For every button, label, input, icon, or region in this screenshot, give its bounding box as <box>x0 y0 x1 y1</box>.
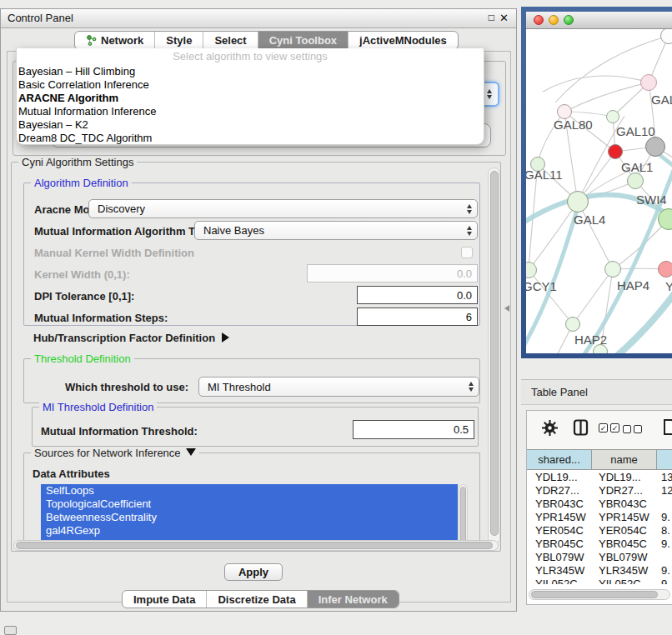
tab-select[interactable]: Select <box>203 32 258 49</box>
node-label-gcy1: GCY1 <box>526 279 557 293</box>
algorithm-option-aracne-algorithm[interactable]: ARACNE Algorithm <box>17 92 484 105</box>
cell-value <box>657 498 672 511</box>
mi-steps-label: Mutual Information Steps: <box>34 312 168 324</box>
threshold-definition-group: Threshold Definition Which threshold to … <box>23 358 480 403</box>
zoom-traffic-light-icon[interactable] <box>564 15 574 25</box>
cell-shared-name: YER054C <box>527 524 592 538</box>
data-attribute-topologicalcoefficient[interactable]: TopologicalCoefficient <box>41 498 458 511</box>
kernel-width-field[interactable]: 0.0 <box>307 264 478 282</box>
network-window-titlebar[interactable] <box>526 12 672 29</box>
mi-type-combo[interactable]: Naive Bayes <box>194 221 478 240</box>
apply-button[interactable]: Apply <box>224 563 283 581</box>
network-node-gal10[interactable] <box>606 110 619 123</box>
cell-name: YPR145W <box>592 511 657 524</box>
close-window-icon[interactable]: ✕ <box>499 12 509 24</box>
cell-shared-name: YDL19... <box>527 471 592 484</box>
split-column-view-icon[interactable] <box>573 419 589 436</box>
gear-icon[interactable] <box>542 420 558 436</box>
minimize-traffic-light-icon[interactable] <box>549 15 559 25</box>
algorithm-option-dream8-dc-tdc-algorithm[interactable]: Dream8 DC_TDC Algorithm <box>17 132 484 145</box>
aracne-mode-combo[interactable]: Discovery <box>88 199 478 218</box>
column-header-shared-name[interactable]: shared... <box>527 450 592 469</box>
tab-cyni-toolbox[interactable]: Cyni Toolbox <box>258 32 349 49</box>
file-icon[interactable] <box>663 418 672 436</box>
tab-network[interactable]: Network <box>75 32 155 49</box>
mi-threshold-field[interactable]: 0.5 <box>353 420 474 439</box>
mi-type-label: Mutual Information Algorithm Type: <box>34 225 217 238</box>
algorithm-option-bayesian-hill-climbing[interactable]: Bayesian – Hill Climbing <box>17 65 484 78</box>
column-header-name[interactable]: name <box>592 450 657 469</box>
algorithm-option-mutual-information-inference[interactable]: Mutual Information Inference <box>17 105 484 118</box>
control-panel-titlebar: Control Panel □ ✕ <box>1 9 516 28</box>
network-node-gal[interactable] <box>640 74 657 91</box>
close-traffic-light-icon[interactable] <box>534 15 544 25</box>
table-row[interactable]: YLR345WYLR345W9. <box>527 564 672 578</box>
panel-divider-handle[interactable] <box>504 305 509 312</box>
table-row[interactable]: YPR145WYPR145W9. <box>527 511 672 524</box>
select-all-columns-icon[interactable]: ✓✓ <box>599 423 622 432</box>
network-node-y[interactable] <box>658 261 672 278</box>
network-canvas[interactable]: GALGAL80GAL10GAL1GAL11SWI4GAL4GCY1HAP4YH… <box>526 29 672 353</box>
cell-shared-name: YBR045C <box>527 538 592 551</box>
mi-steps-field[interactable]: 6 <box>357 308 478 326</box>
network-node-hap2[interactable] <box>565 317 580 332</box>
table-panel: ✓✓ shared... name YDL19...YDL19...13YDR2… <box>526 410 672 605</box>
table-row[interactable]: YER054CYER054C8. <box>527 524 672 538</box>
data-attribute-betweennesscentrality[interactable]: BetweennessCentrality <box>41 511 458 524</box>
bottom-left-widget[interactable] <box>4 626 17 635</box>
attributes-scroll-thumb[interactable] <box>460 487 466 545</box>
which-threshold-combo[interactable]: MI Threshold <box>198 377 479 397</box>
settings-hscroll-thumb[interactable] <box>16 542 493 549</box>
table-horizontal-scrollbar[interactable] <box>529 589 670 600</box>
table-toolbar: ✓✓ <box>527 411 672 448</box>
sources-label[interactable]: Sources for Network Inference <box>31 447 199 459</box>
table-row[interactable]: YDR27...YDR27...12 <box>527 484 672 498</box>
algorithm-definition-label: Algorithm Definition <box>31 177 132 189</box>
table-row[interactable]: YBL079WYBL079W <box>527 551 672 564</box>
table-row[interactable]: YIL052CYIL052C9. <box>527 578 672 584</box>
tab-jactivemnodules[interactable]: jActiveMNodules <box>349 32 458 49</box>
cell-value: 8. <box>657 524 672 538</box>
cell-name: YIL052C <box>592 578 657 584</box>
table-rows: YDL19...YDL19...13YDR27...YDR27...12YBR0… <box>527 471 672 584</box>
algorithm-option-basic-correlation-inference[interactable]: Basic Correlation Inference <box>17 78 484 92</box>
network-node-gal4[interactable] <box>567 191 589 212</box>
algorithm-placeholder: Select algorithm to view settings <box>17 48 484 65</box>
node-label-gal4: GAL4 <box>574 212 605 227</box>
tab-style[interactable]: Style <box>155 32 203 49</box>
settings-horizontal-scrollbar[interactable] <box>13 540 499 551</box>
tab-discretize-data[interactable]: Discretize Data <box>207 591 307 608</box>
expand-right-icon <box>222 332 229 342</box>
manual-kernel-checkbox[interactable] <box>461 247 473 258</box>
cell-name: YBL079W <box>592 551 657 564</box>
node-label-y: Y <box>665 279 672 293</box>
algorithm-option-bayesian-k2[interactable]: Bayesian – K2 <box>17 118 484 132</box>
deselect-all-columns-icon[interactable] <box>623 424 644 433</box>
tab-infer-network[interactable]: Infer Network <box>308 591 399 608</box>
network-node-unnamed[interactable] <box>645 137 665 157</box>
cell-value <box>657 551 672 564</box>
cell-name: YDR27... <box>592 484 657 498</box>
data-attribute-gal4rgexp[interactable]: gal4RGexp <box>41 524 458 538</box>
table-row[interactable]: YBR045CYBR045C9. <box>527 538 672 551</box>
cell-name: YDL19... <box>592 471 657 484</box>
table-hscroll-thumb[interactable] <box>531 591 658 598</box>
table-row[interactable]: YDL19...YDL19...13 <box>527 471 672 484</box>
float-window-icon[interactable]: □ <box>489 12 494 23</box>
data-attribute-selfloops[interactable]: SelfLoops <box>41 484 458 498</box>
column-header-partial[interactable] <box>657 450 672 469</box>
threshold-definition-label: Threshold Definition <box>31 352 134 365</box>
hub-transcription-expander[interactable]: Hub/Transcription Factor Definition <box>33 332 229 344</box>
cell-value: 9. <box>657 538 672 551</box>
table-row[interactable]: YBR043CYBR043C <box>527 498 672 511</box>
dpi-tolerance-field[interactable]: 0.0 <box>357 286 478 304</box>
control-panel-tabs: NetworkStyleSelectCyni ToolboxjActiveMNo… <box>74 31 459 50</box>
settings-vertical-scrollbar[interactable] <box>488 168 500 544</box>
cell-value: 13 <box>657 471 672 484</box>
network-node-hap4[interactable] <box>604 261 621 278</box>
node-label-gal80: GAL80 <box>554 118 593 132</box>
network-node-gal1[interactable] <box>608 144 623 159</box>
network-node-swi4[interactable] <box>627 172 644 189</box>
settings-vscroll-thumb[interactable] <box>490 171 499 536</box>
tab-impute-data[interactable]: Impute Data <box>123 591 207 608</box>
